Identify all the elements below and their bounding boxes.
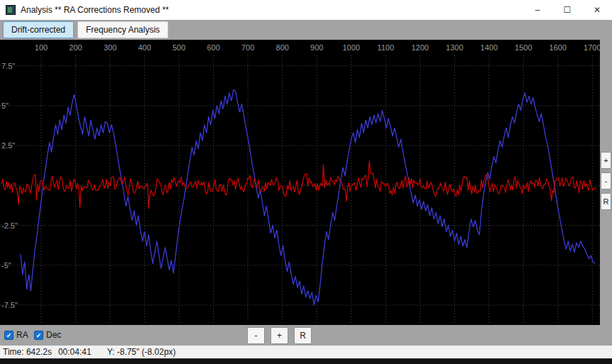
- bottom-control-strip: ✔ RA ✔ Dec - + R: [0, 325, 612, 346]
- status-clock: 00:04:41: [58, 347, 92, 357]
- svg-text:800: 800: [276, 43, 289, 52]
- horizontal-scale-controls: - + R: [247, 327, 312, 344]
- window-controls: – ☐ ✕: [523, 0, 612, 20]
- svg-text:1700: 1700: [584, 43, 600, 52]
- tab-frequency-analysis[interactable]: Frequency Analysis: [77, 21, 168, 38]
- svg-text:-2.5": -2.5": [1, 221, 18, 230]
- svg-text:-7.5": -7.5": [1, 301, 18, 309]
- svg-text:600: 600: [207, 43, 219, 52]
- checkbox-check-icon: ✔: [34, 331, 43, 340]
- status-bar: Time: 642.2s 00:04:41 Y: -8.75" (-8.02px…: [0, 346, 612, 358]
- svg-text:700: 700: [241, 43, 254, 52]
- svg-text:1000: 1000: [342, 43, 359, 52]
- svg-text:100: 100: [35, 43, 48, 52]
- svg-text:400: 400: [138, 43, 151, 52]
- vertical-scale-controls: + - R: [600, 40, 612, 325]
- svg-text:7.5": 7.5": [1, 62, 15, 70]
- horizontal-zoom-out-button[interactable]: -: [247, 327, 265, 344]
- dec-checkbox-label: Dec: [46, 330, 61, 340]
- maximize-icon[interactable]: ☐: [552, 0, 582, 20]
- svg-text:1600: 1600: [550, 43, 567, 52]
- window-bottom-edge: [0, 358, 612, 364]
- app-icon: [6, 5, 16, 15]
- svg-text:1200: 1200: [411, 43, 428, 52]
- svg-text:2.5": 2.5": [1, 141, 15, 150]
- tab-drift-corrected[interactable]: Drift-corrected: [3, 21, 74, 38]
- svg-text:1100: 1100: [377, 43, 394, 52]
- svg-text:500: 500: [173, 43, 185, 52]
- horizontal-zoom-in-button[interactable]: +: [271, 327, 288, 344]
- vertical-reset-button[interactable]: R: [601, 193, 611, 210]
- analysis-window: Analysis ** RA Corrections Removed ** – …: [0, 0, 612, 364]
- minimize-icon[interactable]: –: [523, 0, 552, 20]
- svg-text:1400: 1400: [481, 43, 498, 52]
- horizontal-reset-button[interactable]: R: [294, 327, 312, 344]
- svg-text:200: 200: [69, 43, 82, 52]
- svg-text:300: 300: [104, 43, 116, 52]
- svg-text:900: 900: [310, 43, 323, 52]
- ra-checkbox[interactable]: ✔ RA: [4, 330, 28, 340]
- window-title: Analysis ** RA Corrections Removed **: [21, 5, 169, 15]
- status-time: Time: 642.2s: [3, 347, 52, 357]
- status-y-readout: Y: -8.75" (-8.02px): [107, 347, 176, 357]
- title-bar: Analysis ** RA Corrections Removed ** – …: [0, 0, 612, 20]
- tab-strip: Drift-corrected Frequency Analysis: [0, 20, 612, 40]
- close-icon[interactable]: ✕: [582, 0, 612, 20]
- svg-text:5": 5": [1, 101, 9, 110]
- svg-text:1300: 1300: [446, 43, 463, 52]
- dec-checkbox[interactable]: ✔ Dec: [34, 330, 61, 340]
- svg-text:1500: 1500: [515, 43, 532, 52]
- checkbox-check-icon: ✔: [4, 331, 13, 340]
- vertical-zoom-in-button[interactable]: +: [601, 152, 611, 169]
- vertical-zoom-out-button[interactable]: -: [601, 172, 611, 189]
- ra-checkbox-label: RA: [16, 330, 28, 340]
- svg-text:-5": -5": [1, 261, 11, 270]
- drift-analysis-plot[interactable]: 1002003004005006007008009001000110012001…: [0, 40, 600, 325]
